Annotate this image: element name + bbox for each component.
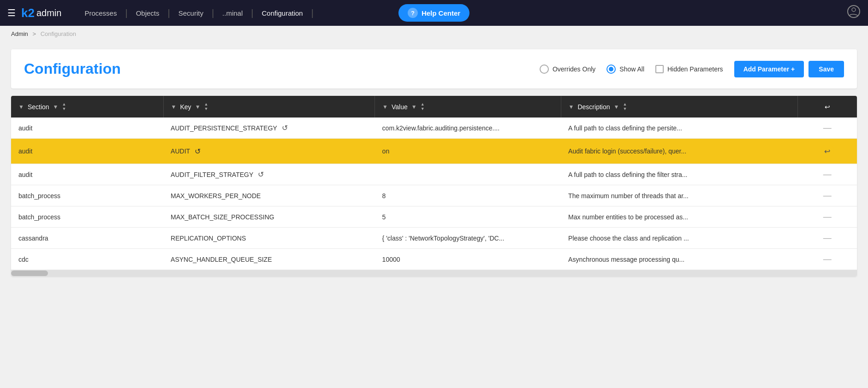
cell-action[interactable]: — [798, 228, 857, 249]
hidden-params-checkbox[interactable] [655, 65, 664, 73]
help-center-label: Help Center [422, 9, 460, 17]
show-all-label: Show All [619, 65, 644, 73]
table-row: auditAUDIT↺onAudit fabric login (success… [11, 139, 857, 164]
nav-objects[interactable]: Objects [128, 9, 168, 17]
section-filter-icon[interactable]: ▼ [53, 104, 59, 110]
cell-action[interactable]: — [798, 185, 857, 206]
user-profile-icon[interactable] [847, 5, 861, 22]
key-sort-buttons: ▲ ▼ [204, 102, 208, 111]
key-text: MAX_WORKERS_PER_NODE [171, 192, 261, 200]
desc-chevron-icon[interactable]: ▼ [569, 104, 574, 110]
horizontal-scrollbar-thumb[interactable] [11, 270, 48, 276]
table-row: auditAUDIT_PERSISTENCE_STRATEGY↺com.k2vi… [11, 118, 857, 139]
col-key-label: Key [180, 103, 191, 111]
desc-filter-icon[interactable]: ▼ [614, 104, 619, 110]
key-chevron-icon[interactable]: ▼ [171, 104, 177, 110]
table-row: batch_processMAX_BATCH_SIZE_PROCESSING5M… [11, 206, 857, 228]
key-filter-icon[interactable]: ▼ [195, 104, 201, 110]
col-header-key: ▼ Key ▼ ▲ ▼ [163, 96, 375, 118]
key-sort-asc[interactable]: ▲ [204, 102, 208, 106]
cell-key: AUDIT_FILTER_STRATEGY↺ [163, 164, 375, 185]
section-sort-asc[interactable]: ▲ [62, 102, 66, 106]
nav-configuration[interactable]: Configuration [253, 9, 311, 17]
show-all-radio[interactable] [606, 65, 616, 74]
horizontal-scrollbar[interactable] [11, 270, 850, 276]
value-chevron-icon[interactable]: ▼ [382, 104, 388, 110]
cell-description: Audit fabric login (success/failure), qu… [561, 139, 798, 164]
cell-value [375, 164, 561, 185]
nav-security[interactable]: Security [170, 9, 212, 17]
cell-section: batch_process [11, 206, 163, 228]
filter-options: Overrides Only Show All Hidden Parameter… [540, 65, 723, 74]
nav-terminal[interactable]: ..minal [214, 9, 251, 17]
breadcrumb-current: Configuration [41, 30, 76, 37]
key-text: MAX_BATCH_SIZE_PROCESSING [171, 213, 274, 221]
key-sort-desc[interactable]: ▼ [204, 107, 208, 111]
desc-sort-buttons: ▲ ▼ [623, 102, 627, 111]
action-dash: — [805, 233, 850, 243]
value-filter-icon[interactable]: ▼ [411, 104, 417, 110]
logo: k2 admin [21, 6, 61, 20]
reset-icon[interactable]: ↺ [282, 123, 288, 132]
bottom-scrollbar-area [11, 270, 857, 276]
action-circle-button[interactable]: ↩ [820, 144, 834, 158]
col-section-label: Section [28, 103, 49, 111]
nav-processes[interactable]: Processes [76, 9, 125, 17]
add-parameter-button[interactable]: Add Parameter + [734, 61, 804, 77]
table-row: cdcASYNC_HANDLER_QUEUE_SIZE10000Asynchro… [11, 249, 857, 270]
cell-key: AUDIT_PERSISTENCE_STRATEGY↺ [163, 118, 375, 139]
overrides-only-option[interactable]: Overrides Only [540, 65, 595, 74]
cell-description: A full path to class defining the persit… [561, 118, 798, 139]
svg-point-1 [852, 8, 856, 12]
value-sort-asc[interactable]: ▲ [421, 102, 425, 106]
cell-key: REPLICATION_OPTIONS [163, 228, 375, 249]
hidden-params-option[interactable]: Hidden Parameters [655, 65, 723, 73]
page-title: Configuration [24, 60, 540, 77]
reset-icon[interactable]: ↺ [195, 147, 201, 156]
breadcrumb: Admin > Configuration [0, 26, 868, 42]
key-text: AUDIT_PERSISTENCE_STRATEGY [171, 124, 277, 132]
cell-section: audit [11, 139, 163, 164]
cell-action[interactable]: — [798, 118, 857, 139]
cell-action[interactable]: — [798, 206, 857, 228]
cell-section: cassandra [11, 228, 163, 249]
main-content: Configuration Overrides Only Show All Hi… [0, 42, 868, 284]
cell-action[interactable]: ↩ [798, 139, 857, 164]
col-header-description: ▼ Description ▼ ▲ ▼ [561, 96, 798, 118]
action-dash: — [805, 254, 850, 264]
value-sort-desc[interactable]: ▼ [421, 107, 425, 111]
key-text: REPLICATION_OPTIONS [171, 235, 246, 242]
scroll-corner [850, 270, 857, 276]
hamburger-menu-icon[interactable]: ☰ [7, 7, 16, 18]
show-all-option[interactable]: Show All [606, 65, 644, 74]
reset-icon[interactable]: ↺ [258, 170, 264, 179]
breadcrumb-admin[interactable]: Admin [11, 30, 28, 37]
table-row: batch_processMAX_WORKERS_PER_NODE8The ma… [11, 185, 857, 206]
cell-value: on [375, 139, 561, 164]
cell-action[interactable]: — [798, 164, 857, 185]
desc-sort-desc[interactable]: ▼ [623, 107, 627, 111]
value-sort-buttons: ▲ ▼ [421, 102, 425, 111]
cell-description: Please choose the class and replication … [561, 228, 798, 249]
save-button[interactable]: Save [809, 61, 844, 77]
section-sort-desc[interactable]: ▼ [62, 107, 66, 111]
cell-section: audit [11, 164, 163, 185]
help-center-button[interactable]: ? Help Center [398, 4, 470, 22]
cell-description: A full path to class defining the filter… [561, 164, 798, 185]
desc-sort-asc[interactable]: ▲ [623, 102, 627, 106]
logo-admin: admin [36, 8, 61, 18]
cell-section: batch_process [11, 185, 163, 206]
cell-key: MAX_WORKERS_PER_NODE [163, 185, 375, 206]
col-action-icon: ↩ [825, 103, 830, 111]
overrides-only-radio[interactable] [540, 65, 549, 74]
config-table: ▼ Section ▼ ▲ ▼ ▼ [11, 96, 857, 270]
cell-section: audit [11, 118, 163, 139]
table-wrapper[interactable]: ▼ Section ▼ ▲ ▼ ▼ [11, 96, 857, 270]
cell-action[interactable]: — [798, 249, 857, 270]
top-navigation: ☰ k2 admin Processes | Objects | Securit… [0, 0, 868, 26]
cell-key: MAX_BATCH_SIZE_PROCESSING [163, 206, 375, 228]
action-dash: — [805, 123, 850, 133]
logo-k2: k2 [21, 6, 35, 20]
help-question-icon: ? [408, 8, 418, 18]
section-chevron-icon[interactable]: ▼ [18, 104, 24, 110]
